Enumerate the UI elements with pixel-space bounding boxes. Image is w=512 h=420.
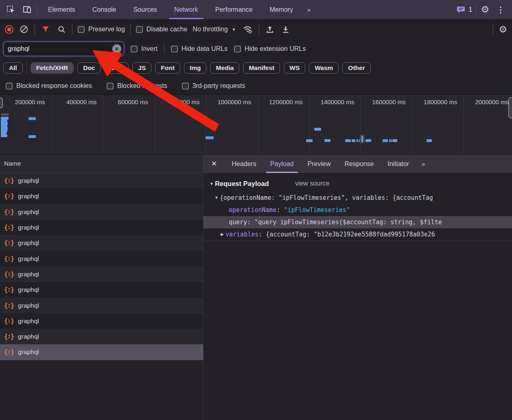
timeline-tick-label: 600000 ms xyxy=(103,98,148,105)
hide-extension-urls-checkbox[interactable]: Hide extension URLs xyxy=(234,45,306,52)
chip-css[interactable]: CSS xyxy=(104,62,129,74)
more-details-tabs-button[interactable]: » xyxy=(416,155,430,173)
checkbox-label: Preserve log xyxy=(88,26,125,33)
table-row[interactable]: {∶}graphql xyxy=(0,344,203,360)
tab-network[interactable]: Network xyxy=(166,0,207,19)
timeline-selected-request-marker xyxy=(360,135,365,143)
tab-memory[interactable]: Memory xyxy=(261,0,302,19)
table-row[interactable]: {∶}graphql xyxy=(0,220,203,235)
blocked-requests-checkbox[interactable]: Blocked requests xyxy=(107,82,167,90)
chip-wasm[interactable]: Wasm xyxy=(309,62,339,74)
json-text: : xyxy=(247,216,254,228)
chip-all[interactable]: All xyxy=(3,62,23,74)
request-details-pane: ✕ HeadersPayloadPreviewResponseInitiator… xyxy=(203,155,512,420)
request-name: graphql xyxy=(18,177,39,184)
throttling-value: No throttling xyxy=(193,26,228,33)
invert-checkbox[interactable]: Invert xyxy=(131,45,158,52)
tab-console[interactable]: Console xyxy=(84,0,125,19)
timeline-activity-bar xyxy=(389,139,391,142)
inspect-element-icon[interactable] xyxy=(4,3,18,17)
table-row[interactable]: {∶}graphql xyxy=(0,298,203,313)
table-row[interactable]: {∶}graphql xyxy=(0,235,203,251)
network-overview-timeline[interactable]: 200000 ms400000 ms600000 ms800000 ms1000… xyxy=(0,94,512,155)
blocked-response-cookies-checkbox[interactable]: Blocked response cookies xyxy=(6,82,92,90)
name-column-header[interactable]: Name xyxy=(0,155,203,173)
json-request-icon: {∶} xyxy=(4,333,14,340)
clear-filter-icon[interactable]: ✕ xyxy=(112,44,121,53)
checkbox-icon xyxy=(78,26,85,33)
tab-sources[interactable]: Sources xyxy=(125,0,166,19)
request-payload-header[interactable]: ▼ Request Payload view source xyxy=(203,175,512,192)
chip-doc[interactable]: Doc xyxy=(77,62,101,74)
triangle-right-icon[interactable]: ▶ xyxy=(219,228,225,241)
payload-json-row[interactable]: operationName: "ipFlowTimeseries" xyxy=(203,204,512,216)
request-name: graphql xyxy=(18,333,39,340)
menu-kebab-icon[interactable]: ⋮ xyxy=(493,5,508,15)
preserve-log-checkbox[interactable]: Preserve log xyxy=(78,26,125,33)
payload-section-title: Request Payload xyxy=(215,180,269,188)
table-row[interactable]: {∶}graphql xyxy=(0,267,203,282)
checkbox-label: Blocked response cookies xyxy=(16,82,92,90)
details-tab-headers[interactable]: Headers xyxy=(225,155,263,173)
details-tab-payload[interactable]: Payload xyxy=(263,155,301,173)
view-source-link[interactable]: view source xyxy=(295,180,329,187)
table-row[interactable]: {∶}graphql xyxy=(0,251,203,266)
payload-json-row[interactable]: query: "query ipFlowTimeseries($accountT… xyxy=(203,216,512,228)
chip-ws[interactable]: WS xyxy=(284,62,305,74)
chip-fetch-xhr[interactable]: Fetch/XHR xyxy=(31,62,74,74)
filter-bar: ✕ Invert Hide data URLs Hide extension U… xyxy=(0,39,512,59)
filter-input[interactable] xyxy=(3,42,124,56)
request-name: graphql xyxy=(18,192,39,200)
export-har-icon[interactable] xyxy=(280,22,291,36)
timeline-activity-bar xyxy=(28,117,36,120)
timeline-tick-label: 1800000 ms xyxy=(412,98,457,105)
details-tab-initiator[interactable]: Initiator xyxy=(381,155,416,173)
close-details-icon[interactable]: ✕ xyxy=(203,155,225,173)
clear-network-log-icon[interactable] xyxy=(19,22,29,36)
network-main-area: Name {∶}graphql{∶}graphql{∶}graphql{∶}gr… xyxy=(0,155,512,420)
chip-font[interactable]: Font xyxy=(155,62,180,74)
table-row[interactable]: {∶}graphql xyxy=(0,204,203,220)
table-row[interactable]: {∶}graphql xyxy=(0,173,203,188)
filter-funnel-icon[interactable] xyxy=(40,22,51,36)
json-request-icon: {∶} xyxy=(4,286,14,293)
timeline-activity-bar xyxy=(324,139,330,142)
chip-media[interactable]: Media xyxy=(210,62,239,74)
hide-data-urls-checkbox[interactable]: Hide data URLs xyxy=(171,45,228,52)
settings-gear-icon[interactable]: ⚙ xyxy=(481,5,489,14)
payload-json-row[interactable]: ▶variables: {accountTag: "b12e3b2192ee55… xyxy=(203,228,512,241)
third-party-requests-checkbox[interactable]: 3rd-party requests xyxy=(182,82,245,90)
tab-performance[interactable]: Performance xyxy=(207,0,261,19)
details-tab-preview[interactable]: Preview xyxy=(301,155,338,173)
json-request-icon: {∶} xyxy=(4,177,14,184)
triangle-down-icon[interactable]: ▼ xyxy=(213,192,220,204)
chip-manifest[interactable]: Manifest xyxy=(243,62,280,74)
chip-img[interactable]: Img xyxy=(184,62,207,74)
table-row[interactable]: {∶}graphql xyxy=(0,329,203,344)
table-row[interactable]: {∶}graphql xyxy=(0,188,203,204)
devtools-tab-bar: ElementsConsoleSourcesNetworkPerformance… xyxy=(0,0,512,20)
divider xyxy=(26,63,27,73)
json-text: : xyxy=(276,204,284,216)
payload-json-row[interactable]: ▼{operationName: "ipFlowTimeseries", var… xyxy=(203,192,512,204)
issues-counter[interactable]: 1 xyxy=(457,6,472,14)
overview-right-grip[interactable] xyxy=(508,97,512,118)
disable-cache-checkbox[interactable]: Disable cache xyxy=(136,26,188,33)
request-name: graphql xyxy=(18,208,39,216)
tab-elements[interactable]: Elements xyxy=(39,0,84,19)
throttling-dropdown[interactable]: No throttling ▼ xyxy=(193,26,236,33)
network-conditions-icon[interactable] xyxy=(241,22,254,36)
table-row[interactable]: {∶}graphql xyxy=(0,313,203,329)
details-tab-response[interactable]: Response xyxy=(337,155,381,173)
topbar-left-icons xyxy=(0,0,39,19)
device-toolbar-icon[interactable] xyxy=(20,3,34,17)
more-panels-button[interactable]: » xyxy=(302,0,315,19)
json-request-icon: {∶} xyxy=(4,224,14,231)
chip-other[interactable]: Other xyxy=(342,62,370,74)
network-settings-gear-icon[interactable]: ⚙ xyxy=(499,25,507,34)
import-har-icon[interactable] xyxy=(265,22,275,36)
chip-js[interactable]: JS xyxy=(132,62,151,74)
table-row[interactable]: {∶}graphql xyxy=(0,282,203,298)
record-network-log-button[interactable] xyxy=(5,25,13,34)
search-icon[interactable] xyxy=(56,22,67,36)
